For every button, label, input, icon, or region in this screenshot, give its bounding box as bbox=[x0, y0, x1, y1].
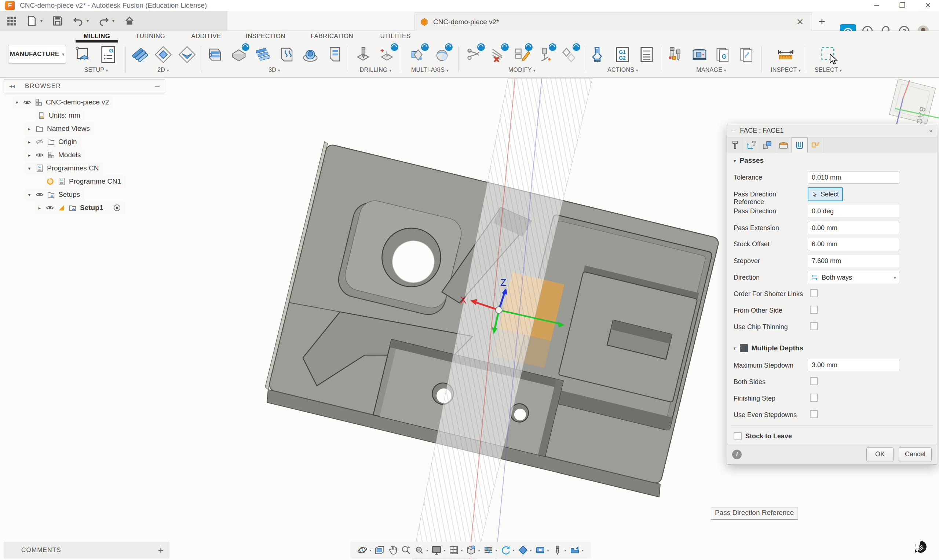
tool-display-icon[interactable] bbox=[552, 545, 563, 555]
pocket-clearing-icon[interactable] bbox=[229, 45, 248, 64]
dropdown-caret-icon[interactable]: ▾ bbox=[461, 548, 463, 552]
use-even-stepdowns-checkbox[interactable] bbox=[810, 410, 818, 418]
redo-dropdown-caret-icon[interactable]: ▾ bbox=[112, 18, 114, 23]
stock-display-icon[interactable] bbox=[518, 545, 529, 555]
tree-label[interactable]: Setups bbox=[58, 191, 80, 198]
caret-collapsed-icon[interactable]: ▸ bbox=[37, 205, 43, 211]
dropdown-caret-icon[interactable]: ▾ bbox=[724, 68, 726, 72]
dropdown-caret-icon[interactable]: ▾ bbox=[547, 548, 549, 552]
new-document-tab-button[interactable]: + bbox=[819, 15, 825, 28]
group-modify-label[interactable]: MODIFY bbox=[508, 67, 532, 73]
dropdown-caret-icon[interactable]: ▾ bbox=[495, 548, 497, 552]
drill-icon[interactable] bbox=[354, 45, 373, 64]
ribbon-tab-utilities[interactable]: UTILITIES bbox=[376, 31, 415, 43]
both-sides-checkbox[interactable] bbox=[810, 377, 818, 385]
group-select-label[interactable]: SELECT bbox=[815, 67, 838, 73]
face-icon[interactable] bbox=[177, 45, 197, 64]
stock-to-leave-section-header[interactable]: Stock to Leave bbox=[734, 432, 792, 440]
spiral-morph-icon[interactable] bbox=[301, 45, 320, 64]
stock-to-leave-checkbox[interactable] bbox=[734, 432, 742, 440]
tree-item-setups[interactable]: ▾ Setups bbox=[25, 188, 84, 201]
new-setup-icon[interactable] bbox=[75, 45, 94, 64]
save-icon[interactable] bbox=[52, 15, 63, 26]
setup-gcode-doc-icon[interactable]: G bbox=[99, 45, 118, 64]
ribbon-tab-inspection[interactable]: INSPECTION bbox=[243, 31, 288, 43]
add-comment-icon[interactable]: + bbox=[158, 545, 163, 556]
comments-bar[interactable]: COMMENTS + bbox=[4, 542, 170, 558]
app-grid-icon[interactable] bbox=[6, 15, 17, 26]
collapse-panel-icon[interactable]: ◂◂ bbox=[9, 83, 15, 89]
stock-offset-input[interactable] bbox=[808, 238, 899, 250]
dropdown-caret-icon[interactable]: ▾ bbox=[840, 68, 842, 72]
ok-button[interactable]: OK bbox=[867, 448, 894, 462]
compare-paths-icon[interactable] bbox=[560, 45, 579, 64]
orbit-icon[interactable] bbox=[357, 545, 368, 555]
cancel-button[interactable]: Cancel bbox=[899, 448, 932, 462]
dialog-collapse-icon[interactable]: ─ bbox=[731, 128, 735, 134]
visibility-eye-icon[interactable] bbox=[46, 204, 54, 212]
post-process-icon[interactable]: G1G2 bbox=[613, 45, 632, 64]
post-library-icon[interactable]: G bbox=[714, 45, 733, 64]
dropdown-caret-icon[interactable]: ▾ bbox=[478, 548, 480, 552]
tool-library-icon[interactable] bbox=[666, 45, 685, 64]
pass-direction-reference-select-button[interactable]: Select bbox=[808, 187, 843, 201]
dropdown-caret-icon[interactable]: ▾ bbox=[564, 548, 566, 552]
tree-item-origin[interactable]: ▸ Origin bbox=[25, 135, 82, 148]
from-other-side-checkbox[interactable] bbox=[810, 306, 818, 314]
contour-icon[interactable] bbox=[277, 45, 296, 64]
home-icon[interactable] bbox=[124, 15, 135, 26]
setup-sheet-icon[interactable] bbox=[637, 45, 656, 64]
order-shorter-links-checkbox[interactable] bbox=[810, 289, 818, 297]
minimize-panel-icon[interactable]: ─ bbox=[155, 83, 160, 90]
dropdown-caret-icon[interactable]: ▾ bbox=[636, 68, 638, 72]
ribbon-tab-fabrication[interactable]: FABRICATION bbox=[308, 31, 356, 43]
caret-expanded-icon[interactable]: ▾ bbox=[26, 166, 32, 171]
grid-snap-icon[interactable] bbox=[448, 545, 459, 555]
tree-item-setup1[interactable]: ▸ Setup1 bbox=[35, 202, 125, 214]
simulation-loop-icon[interactable] bbox=[500, 545, 511, 555]
dropdown-caret-icon[interactable]: ▾ bbox=[426, 548, 428, 552]
multiaxis-contour-icon[interactable] bbox=[432, 45, 452, 64]
display-settings-icon[interactable] bbox=[431, 545, 442, 555]
toolpath-steps-icon[interactable] bbox=[483, 545, 494, 555]
machine-library-icon[interactable] bbox=[690, 45, 709, 64]
pass-extension-input[interactable] bbox=[808, 222, 899, 234]
look-at-icon[interactable] bbox=[374, 545, 385, 555]
direction-dropdown[interactable]: Both ways ▾ bbox=[808, 271, 899, 284]
dropdown-caret-icon[interactable]: ▾ bbox=[369, 548, 371, 552]
dropdown-caret-icon[interactable]: ▾ bbox=[446, 68, 449, 72]
dropdown-caret-icon[interactable]: ▾ bbox=[444, 548, 445, 552]
tab-heights[interactable] bbox=[759, 137, 776, 153]
file-dropdown-caret-icon[interactable]: ▾ bbox=[40, 18, 43, 23]
close-button[interactable]: ✕ bbox=[918, 0, 938, 11]
group-inspect-label[interactable]: INSPECT bbox=[771, 67, 797, 73]
ribbon-tab-additive[interactable]: ADDITIVE bbox=[187, 31, 225, 43]
dropdown-caret-icon[interactable]: ▾ bbox=[390, 68, 392, 72]
visibility-eye-icon[interactable] bbox=[35, 191, 44, 198]
info-icon[interactable]: i bbox=[732, 450, 742, 459]
measure-icon[interactable] bbox=[776, 45, 795, 64]
tree-item-units[interactable]: Units: mm bbox=[36, 109, 85, 122]
pan-icon[interactable] bbox=[387, 545, 398, 555]
template-library-icon[interactable] bbox=[738, 45, 757, 64]
section-caret-icon[interactable]: ▾ bbox=[734, 158, 736, 163]
adaptive-clearing-icon[interactable] bbox=[205, 45, 225, 64]
caret-collapsed-icon[interactable]: ▸ bbox=[26, 152, 32, 158]
tree-label[interactable]: Named Views bbox=[47, 125, 90, 133]
parallel-icon[interactable] bbox=[253, 45, 272, 64]
active-target-icon[interactable] bbox=[113, 204, 121, 212]
tree-item-programme-cn1[interactable]: Programme CN1 bbox=[45, 175, 126, 188]
dropdown-caret-icon[interactable]: ▾ bbox=[582, 548, 584, 552]
hole-recognition-icon[interactable] bbox=[378, 45, 397, 64]
optimize-feeds-icon[interactable] bbox=[536, 45, 555, 64]
caret-expanded-icon[interactable]: ▾ bbox=[14, 100, 20, 105]
workspace-selector-button[interactable]: MANUFACTURE ▾ bbox=[8, 45, 66, 64]
group-2d-label[interactable]: 2D bbox=[157, 67, 165, 73]
fit-icon[interactable] bbox=[414, 545, 425, 555]
viewports-icon[interactable] bbox=[466, 545, 476, 555]
tree-label[interactable]: Origin bbox=[58, 138, 77, 146]
group-manage-label[interactable]: MANAGE bbox=[696, 67, 722, 73]
2d-adaptive-icon[interactable] bbox=[130, 45, 149, 64]
tab-geometry[interactable] bbox=[743, 137, 759, 153]
group-multiaxis-label[interactable]: MULTI-AXIS bbox=[411, 67, 445, 73]
